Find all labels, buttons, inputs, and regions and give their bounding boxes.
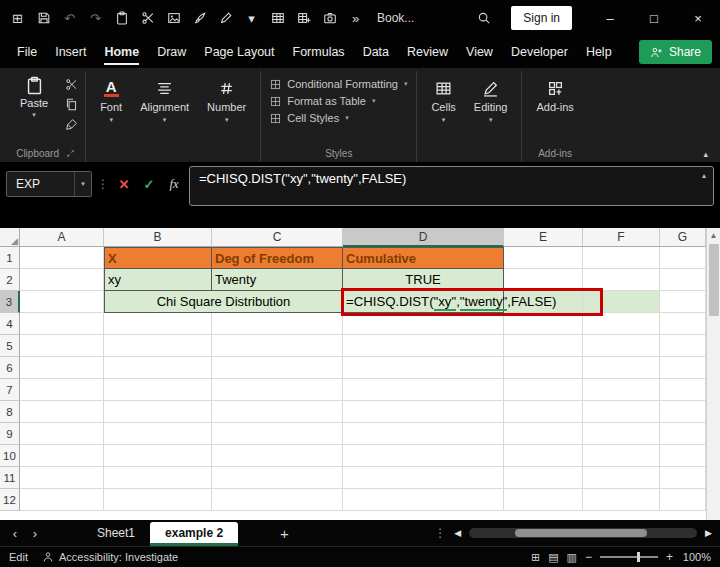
row-header-2[interactable]: 2 [0,269,20,291]
formula-bar-handle-icon[interactable]: ⋮ [97,177,109,191]
column-header-d[interactable]: D [343,228,504,247]
cell-E1[interactable] [504,247,583,269]
cell-F10[interactable] [583,445,660,467]
zoom-out-button[interactable]: − [585,550,592,564]
menu-item-view[interactable]: View [457,36,502,68]
cell-D1[interactable]: Cumulative [343,247,504,269]
column-header-b[interactable]: B [104,228,212,247]
column-header-a[interactable]: A [20,228,104,247]
cell-B6[interactable] [104,357,212,379]
cell-B11[interactable] [104,467,212,489]
cell-F2[interactable] [583,269,660,291]
cell-styles-button[interactable]: Cell Styles▾ [266,111,411,125]
cell-G6[interactable] [660,357,706,379]
cell-G2[interactable] [660,269,706,291]
cell-A7[interactable] [20,379,104,401]
previous-sheet-icon[interactable]: ‹ [8,527,22,540]
cell-E10[interactable] [504,445,583,467]
cell-A8[interactable] [20,401,104,423]
name-box[interactable]: EXP ▾ [6,171,92,197]
cell-C7[interactable] [212,379,343,401]
chevron-down-icon[interactable]: ▾ [74,172,91,196]
column-header-g[interactable]: G [660,228,706,247]
menu-item-file[interactable]: File [8,36,46,68]
cell-A1[interactable] [20,247,104,269]
collapse-ribbon-icon[interactable]: ▴ [703,149,708,159]
cell-D8[interactable] [343,401,504,423]
clipboard-dialog-launcher-icon[interactable] [66,149,75,158]
format-as-table-button[interactable]: Format as Table▾ [266,94,411,108]
zoom-in-button[interactable]: + [666,550,673,564]
minimize-button[interactable]: – [588,0,632,36]
cell-B10[interactable] [104,445,212,467]
format-painter-icon[interactable] [62,117,80,132]
formula-input[interactable]: =CHISQ.DIST("xy","twenty",FALSE) ▴ [189,166,714,206]
row-header-3[interactable]: 3 [0,291,20,313]
cell-F12[interactable] [583,489,660,511]
table-icon[interactable] [266,6,289,30]
cell-B7[interactable] [104,379,212,401]
row-header-9[interactable]: 9 [0,423,20,445]
zoom-slider[interactable] [600,556,658,558]
cell-C11[interactable] [212,467,343,489]
share-button[interactable]: Share [639,40,712,64]
menu-item-developer[interactable]: Developer [502,36,577,68]
app-launcher-icon[interactable]: ⊞ [6,6,29,30]
menu-item-page-layout[interactable]: Page Layout [195,36,283,68]
cell-C12[interactable] [212,489,343,511]
more-commands-icon[interactable]: » [344,6,367,30]
cell-D2[interactable]: TRUE [343,269,504,291]
menu-item-help[interactable]: Help [577,36,621,68]
menu-item-draw[interactable]: Draw [148,36,195,68]
sheet-tab-sheet1[interactable]: Sheet1 [82,520,150,546]
collapse-formula-bar-icon[interactable]: ▴ [702,171,706,180]
close-button[interactable]: × [676,0,720,36]
cell-D6[interactable] [343,357,504,379]
scroll-left-icon[interactable]: ◀ [454,528,461,538]
column-header-c[interactable]: C [212,228,343,247]
row-header-7[interactable]: 7 [0,379,20,401]
cell-D12[interactable] [343,489,504,511]
cell-G1[interactable] [660,247,706,269]
next-sheet-icon[interactable]: › [28,527,42,540]
zoom-slider-thumb[interactable] [637,552,640,562]
row-header-1[interactable]: 1 [0,247,20,269]
chevron-down-icon[interactable]: ▾ [240,6,263,30]
cell-G9[interactable] [660,423,706,445]
cell-E9[interactable] [504,423,583,445]
cell-F6[interactable] [583,357,660,379]
tab-options-icon[interactable]: ⋮ [434,526,446,540]
cell-G10[interactable] [660,445,706,467]
cut-icon[interactable] [136,6,159,30]
cell-B3[interactable]: Chi Square Distribution [104,291,343,313]
cell-D10[interactable] [343,445,504,467]
cell-F3[interactable] [583,291,660,313]
cell-E7[interactable] [504,379,583,401]
clipboard-icon[interactable] [110,6,133,30]
cell-B12[interactable] [104,489,212,511]
cell-E11[interactable] [504,467,583,489]
cell-D7[interactable] [343,379,504,401]
paste-button[interactable]: Paste ▾ [11,71,57,118]
row-header-12[interactable]: 12 [0,489,20,511]
cell-E8[interactable] [504,401,583,423]
horizontal-scrollbar-thumb[interactable] [515,529,647,537]
number-group-button[interactable]: Number▾ [198,71,255,123]
zoom-level[interactable]: 100% [681,551,711,563]
cell-G4[interactable] [660,313,706,335]
cell-D3[interactable]: =CHISQ.DIST("xy","twenty",FALSE) [343,291,504,313]
row-header-11[interactable]: 11 [0,467,20,489]
sheet-tab-example-2[interactable]: example 2 [150,522,238,546]
cell-A5[interactable] [20,335,104,357]
cell-C9[interactable] [212,423,343,445]
menu-item-formulas[interactable]: Formulas [284,36,354,68]
cell-C10[interactable] [212,445,343,467]
column-header-f[interactable]: F [583,228,660,247]
cell-E6[interactable] [504,357,583,379]
cell-E5[interactable] [504,335,583,357]
menu-item-home[interactable]: Home [95,36,148,68]
cell-F9[interactable] [583,423,660,445]
horizontal-scrollbar[interactable] [469,528,697,538]
cell-E4[interactable] [504,313,583,335]
addins-button[interactable]: Add-ins [527,71,582,113]
